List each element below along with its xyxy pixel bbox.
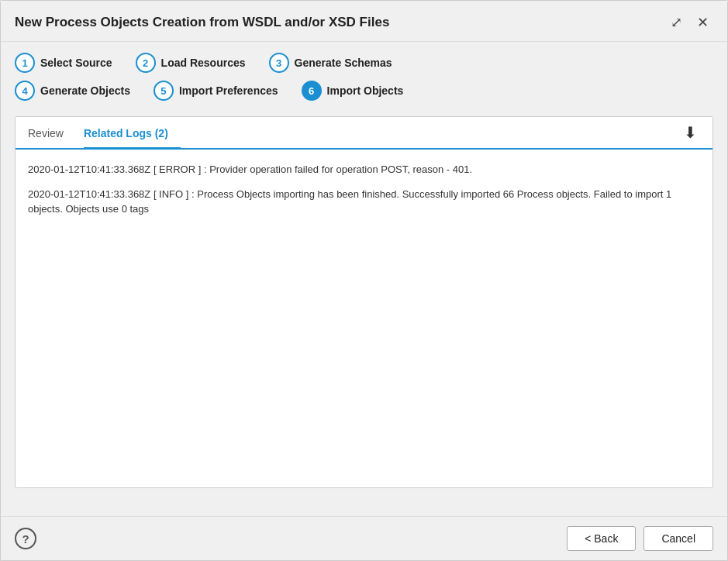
step-label-1: Select Source — [40, 57, 112, 69]
steps-row-2: 4Generate Objects5Import Preferences6Imp… — [15, 81, 713, 101]
back-button[interactable]: < Back — [567, 526, 636, 551]
footer-actions: < Back Cancel — [567, 526, 713, 551]
step-circle-5: 5 — [154, 81, 174, 101]
step-label-5: Import Preferences — [179, 84, 278, 97]
step-circle-6: 6 — [302, 81, 322, 101]
help-button[interactable]: ? — [15, 528, 36, 549]
step-item-4: 4Generate Objects — [15, 81, 130, 101]
dialog-title: New Process Objects Creation from WSDL a… — [15, 15, 389, 30]
step-item-6: 6Import Objects — [302, 81, 404, 101]
step-item-1: 1Select Source — [15, 53, 112, 73]
step-item-3: 3Generate Schemas — [269, 53, 392, 73]
log-entry-1: 2020-01-12T10:41:33.368Z [ ERROR ] : Pro… — [28, 162, 700, 177]
dialog-footer: ? < Back Cancel — [1, 516, 727, 560]
step-circle-1: 1 — [15, 53, 35, 73]
tabs-header: ReviewRelated Logs (2)⬇ — [16, 117, 712, 150]
main-content: ReviewRelated Logs (2)⬇ 2020-01-12T10:41… — [1, 116, 727, 516]
expand-button[interactable]: ⤢ — [665, 12, 687, 33]
log-area: 2020-01-12T10:41:33.368Z [ ERROR ] : Pro… — [16, 150, 712, 487]
steps-area: 1Select Source2Load Resources3Generate S… — [1, 42, 727, 116]
step-item-2: 2Load Resources — [136, 53, 246, 73]
tab-review[interactable]: Review — [28, 118, 76, 147]
tab-related-logs[interactable]: Related Logs (2) — [84, 118, 181, 150]
step-label-6: Import Objects — [327, 84, 404, 97]
step-item-5: 5Import Preferences — [154, 81, 278, 101]
step-circle-4: 4 — [15, 81, 35, 101]
download-button[interactable]: ⬇ — [681, 117, 700, 148]
step-label-2: Load Resources — [161, 57, 246, 69]
dialog-header: New Process Objects Creation from WSDL a… — [1, 1, 727, 42]
steps-row-1: 1Select Source2Load Resources3Generate S… — [15, 53, 713, 73]
step-label-3: Generate Schemas — [295, 57, 392, 69]
dialog: New Process Objects Creation from WSDL a… — [0, 0, 728, 561]
step-circle-2: 2 — [136, 53, 156, 73]
close-button[interactable]: ✕ — [692, 12, 713, 33]
step-circle-3: 3 — [269, 53, 289, 73]
content-panel: ReviewRelated Logs (2)⬇ 2020-01-12T10:41… — [15, 116, 713, 488]
log-entry-2: 2020-01-12T10:41:33.368Z [ INFO ] : Proc… — [28, 187, 700, 217]
cancel-button[interactable]: Cancel — [643, 526, 713, 551]
header-buttons: ⤢ ✕ — [665, 12, 713, 33]
step-label-4: Generate Objects — [40, 84, 130, 97]
